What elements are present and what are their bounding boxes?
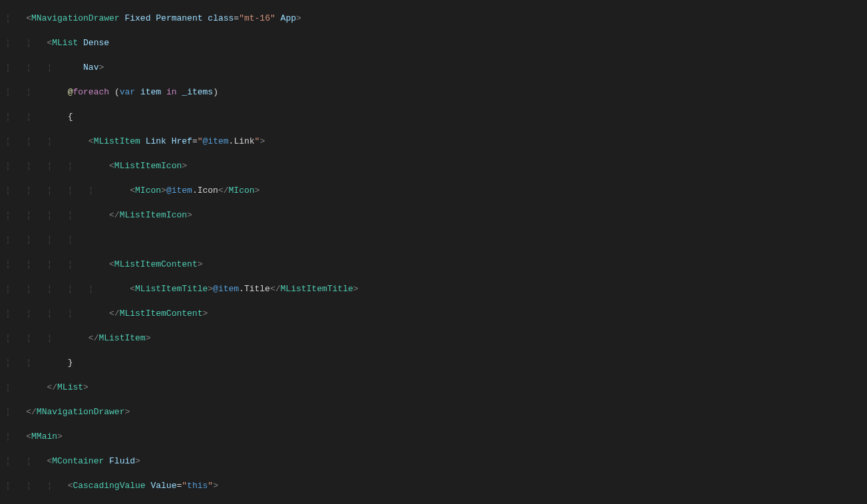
code-line[interactable]: ¦ ¦ ¦ ¦ ¦ <MListItemTitle>@item.Title</M…: [5, 283, 867, 296]
code-line[interactable]: ¦ ¦ ¦ </MListItem>: [5, 332, 867, 345]
code-editor[interactable]: ¦ <MNavigationDrawer Fixed Permanent cla…: [0, 0, 867, 504]
code-line[interactable]: ¦ ¦ ¦ <MListItem Link Href="@item.Link">: [5, 136, 867, 148]
code-line[interactable]: ¦ ¦ ¦ ¦ ¦ <MIcon>@item.Icon</MIcon>: [5, 185, 867, 197]
code-line[interactable]: ¦ ¦ ¦ ¦ <MListItemContent>: [5, 259, 867, 271]
code-line[interactable]: ¦ ¦ <MList Dense: [5, 37, 867, 50]
code-line[interactable]: ¦ ¦ <MContainer Fluid>: [5, 455, 867, 468]
code-line[interactable]: ¦ <MMain>: [5, 431, 867, 443]
code-line[interactable]: ¦ ¦ ¦ Nav>: [5, 62, 867, 74]
code-line[interactable]: ¦ ¦ ¦ <CascadingValue Value="this">: [5, 480, 867, 493]
code-line[interactable]: ¦ ¦ ¦ ¦: [5, 234, 867, 247]
code-line[interactable]: ¦ </MList>: [5, 382, 867, 394]
code-line[interactable]: ¦ ¦ ¦ ¦ </MListItemIcon>: [5, 209, 867, 222]
code-line[interactable]: ¦ ¦ ¦ ¦ </MListItemContent>: [5, 308, 867, 320]
code-line[interactable]: ¦ ¦ {: [5, 111, 867, 124]
code-line[interactable]: ¦ ¦ }: [5, 357, 867, 370]
code-line[interactable]: ¦ ¦ @foreach (var item in _items): [5, 86, 867, 99]
code-line[interactable]: ¦ <MNavigationDrawer Fixed Permanent cla…: [5, 13, 867, 25]
code-line[interactable]: ¦ </MNavigationDrawer>: [5, 406, 867, 419]
code-line[interactable]: ¦ ¦ ¦ ¦ <MListItemIcon>: [5, 160, 867, 173]
